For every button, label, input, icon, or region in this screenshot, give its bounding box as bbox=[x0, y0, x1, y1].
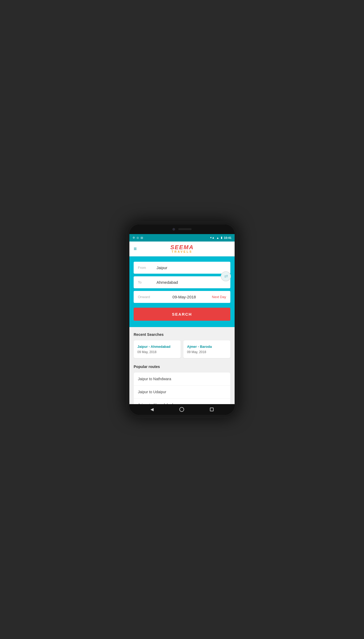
swap-button[interactable]: ⇅ bbox=[221, 271, 231, 281]
status-bar: ⚙ ◎ ▤ ▾▲ ▲ ▮ 10:41 bbox=[129, 234, 235, 242]
app-logo: SEEMA TRAVELS bbox=[170, 244, 194, 253]
screen: ⚙ ◎ ▤ ▾▲ ▲ ▮ 10:41 ≡ SEEMA TRAVELS bbox=[129, 234, 235, 404]
to-field[interactable]: To Ahmedabad bbox=[134, 276, 230, 288]
onward-value: 09-May-2018 bbox=[172, 295, 196, 299]
phone-screen-container: ⚙ ◎ ▤ ▾▲ ▲ ▮ 10:41 ≡ SEEMA TRAVELS bbox=[129, 225, 235, 415]
status-right-icons: ▾▲ ▲ ▮ 10:41 bbox=[210, 236, 231, 239]
globe-icon: ◎ bbox=[137, 236, 139, 239]
from-field[interactable]: From Jaipur ⇅ bbox=[134, 262, 230, 274]
recent-searches-title: Recent Searches bbox=[134, 332, 230, 337]
hamburger-menu-icon[interactable]: ≡ bbox=[134, 246, 137, 252]
popular-item-0[interactable]: Jaipur to Nathdwara bbox=[134, 373, 230, 386]
from-label: From bbox=[138, 266, 156, 270]
recent-date-0: 09 May, 2018 bbox=[137, 350, 177, 354]
onward-label: Onward bbox=[138, 295, 156, 299]
to-label: To bbox=[138, 280, 156, 284]
date-field[interactable]: Onward 09-May-2018 Next Day bbox=[134, 291, 230, 303]
phone-hardware-top bbox=[129, 225, 235, 234]
phone-nav-bar: ◀ bbox=[129, 404, 235, 415]
recent-route-0: Jaipur - Ahmedabad bbox=[137, 345, 177, 349]
signal-icon: ▲ bbox=[216, 236, 219, 239]
recents-button[interactable] bbox=[210, 408, 214, 411]
recent-searches-grid: Jaipur - Ahmedabad 09 May, 2018 Ajmer - … bbox=[134, 340, 230, 358]
front-camera bbox=[172, 228, 175, 231]
recent-route-1: Ajmer - Baroda bbox=[187, 345, 227, 349]
search-section: From Jaipur ⇅ To Ahmedabad Onward 09-May… bbox=[129, 256, 235, 327]
speaker-grille bbox=[178, 228, 192, 230]
logo-travels-text: TRAVELS bbox=[170, 250, 194, 253]
status-left-icons: ⚙ ◎ ▤ bbox=[133, 236, 143, 239]
from-value: Jaipur bbox=[156, 265, 167, 270]
popular-routes-card: Jaipur to Nathdwara Jaipur to Udaipur Ja… bbox=[134, 373, 230, 404]
app-bar: ≡ SEEMA TRAVELS bbox=[129, 242, 235, 256]
wifi-icon: ▾▲ bbox=[210, 236, 215, 239]
phone-device: ⚙ ◎ ▤ ▾▲ ▲ ▮ 10:41 ≡ SEEMA TRAVELS bbox=[126, 221, 238, 418]
to-value: Ahmedabad bbox=[156, 280, 178, 285]
content-section: Recent Searches Jaipur - Ahmedabad 09 Ma… bbox=[129, 327, 235, 404]
recent-date-1: 09 May, 2018 bbox=[187, 350, 227, 354]
search-button[interactable]: SEARCH bbox=[134, 308, 230, 321]
status-time: 10:41 bbox=[224, 236, 231, 239]
home-button[interactable] bbox=[179, 407, 184, 412]
next-day-button[interactable]: Next Day bbox=[212, 295, 226, 299]
settings-icon: ⚙ bbox=[133, 236, 135, 239]
popular-routes-title: Popular routes bbox=[134, 365, 230, 369]
sdcard-icon: ▤ bbox=[141, 236, 143, 239]
recent-card-1[interactable]: Ajmer - Baroda 09 May, 2018 bbox=[183, 340, 230, 358]
battery-icon: ▮ bbox=[221, 236, 222, 239]
popular-item-2[interactable]: Jaipur to Ahmedabad bbox=[134, 399, 230, 404]
logo-seema-text: SEEMA bbox=[170, 244, 194, 250]
popular-item-1[interactable]: Jaipur to Udaipur bbox=[134, 386, 230, 399]
back-button[interactable]: ◀ bbox=[150, 407, 154, 412]
recent-card-0[interactable]: Jaipur - Ahmedabad 09 May, 2018 bbox=[134, 340, 181, 358]
swap-icon: ⇅ bbox=[223, 274, 228, 278]
